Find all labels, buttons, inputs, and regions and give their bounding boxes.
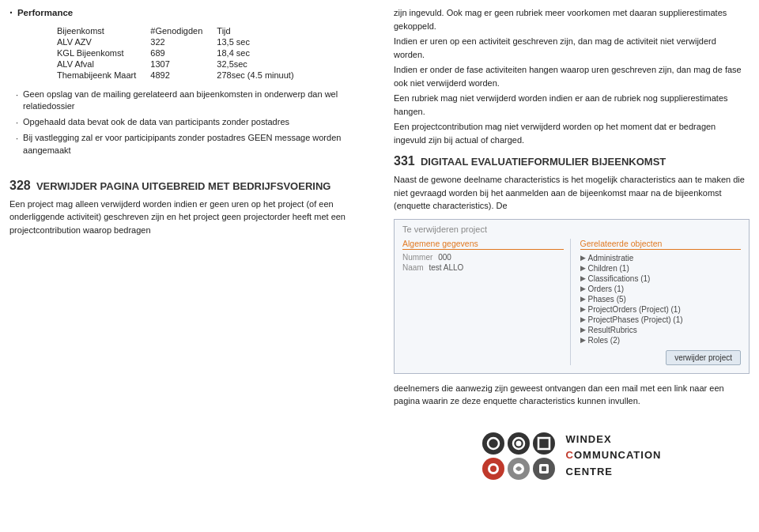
tree-item-label: Classifications (1) — [588, 274, 651, 283]
col-label-header: Bijeenkomst — [57, 25, 150, 36]
tree-arrow-icon: ▶ — [580, 326, 586, 334]
tree-arrow-icon: ▶ — [580, 264, 586, 272]
svg-rect-8 — [542, 466, 546, 471]
section-331: 331 Digitaal evaluatieformulier bijeenko… — [394, 154, 750, 408]
row-tijd: 18,4 sec — [217, 47, 308, 58]
tree-arrow-icon: ▶ — [580, 305, 586, 313]
tree-item: ▶ Orders (1) — [580, 284, 742, 294]
bullet-list: · Geen opslag van de mailing gerelateerd… — [16, 89, 381, 157]
section-331-bottom-text: deelnemers die aanwezig zijn geweest ont… — [394, 382, 750, 408]
logo-icon-2 — [508, 432, 530, 455]
tree-item: ▶ Children (1) — [580, 263, 742, 274]
right-top-paragraphs: zijn ingevuld. Ook mag er geen rubriek m… — [394, 6, 750, 146]
svg-rect-3 — [538, 438, 549, 449]
dialog-field-naam-value: test ALLO — [429, 263, 463, 272]
tree-item-label: ResultRubrics — [588, 326, 637, 334]
dialog-gerelateerde-header: Gerelateerde objecten — [580, 239, 742, 250]
section-331-number: 331 — [394, 154, 415, 168]
tree-arrow-icon: ▶ — [580, 274, 586, 282]
dialog-field-naam-label: Naam — [402, 263, 424, 272]
bullet-dot: · — [16, 133, 18, 157]
section-328-number: 328 — [9, 179, 31, 192]
tree-arrow-icon: ▶ — [580, 295, 586, 303]
row-tijd: 278sec (4.5 minuut) — [217, 70, 308, 81]
tree-item: ▶ Administratie — [580, 253, 742, 263]
logo-shape-icon — [486, 436, 500, 451]
tree-item-label: Children (1) — [588, 264, 629, 273]
right-para-1: zijn ingevuld. Ook mag er geen rubriek m… — [394, 6, 750, 32]
logo-text: WINDEX COMMUNCATION CENTRE — [566, 432, 662, 481]
right-para-3: Indien er onder de fase activiteiten han… — [394, 63, 750, 89]
dialog-algemene-header: Algemene gegevens — [402, 239, 564, 250]
tree-item-label: ProjectPhases (Project) (1) — [588, 315, 683, 324]
dialog-left-pane: Algemene gegevens Nummer 000 Naam test A… — [402, 239, 571, 365]
performance-title: Performance — [17, 8, 73, 17]
table-row: ALV Afval 1307 32,5sec — [57, 58, 308, 70]
section-328: 328 Verwijder pagina uitgebreid met bedr… — [9, 179, 381, 237]
logo-shape-icon — [512, 436, 526, 451]
section-331-intro: Naast de gewone deelname characteristics… — [394, 173, 750, 213]
tree-item-label: Orders (1) — [588, 285, 625, 293]
tree-item-label: ProjectOrders (Project) (1) — [588, 305, 681, 314]
right-para-5: Een projectcontribution mag niet verwijd… — [394, 120, 750, 146]
logo-icon-4 — [482, 458, 504, 480]
dialog-body: Algemene gegevens Nummer 000 Naam test A… — [402, 239, 741, 365]
dialog-field-nummer-value: 000 — [438, 253, 451, 262]
svg-point-0 — [488, 438, 499, 449]
row-label: Themabijeenk Maart — [57, 70, 150, 81]
logo-icon-3 — [533, 432, 555, 455]
dialog-box: Te verwijderen project Algemene gegevens… — [394, 219, 750, 374]
col-genodigden-header: #Genodigden — [150, 25, 217, 36]
logo-icon-5 — [508, 458, 530, 480]
logo-shape-icon — [537, 436, 551, 451]
section-328-body: Een project mag alleen verwijderd worden… — [9, 198, 381, 237]
row-tijd: 13,5 sec — [217, 36, 308, 47]
row-genodigden: 1307 — [150, 58, 217, 70]
logo-icon-1 — [482, 432, 504, 455]
logo-icon-6 — [533, 458, 555, 480]
svg-point-1 — [515, 440, 521, 446]
tree-item-label: Phases (5) — [588, 295, 626, 304]
dialog-field-nummer-label: Nummer — [402, 253, 432, 262]
tree-arrow-icon: ▶ — [580, 315, 586, 323]
performance-header: Performance — [9, 6, 381, 19]
list-item: · Opgehaald data bevat ook de data van p… — [16, 116, 381, 129]
bullet-dot: · — [16, 117, 18, 129]
row-genodigden: 4892 — [150, 70, 217, 81]
tree-item: ▶ Roles (2) — [580, 335, 742, 345]
logo-accent-letter: C — [566, 449, 574, 461]
logo-shape-icon — [512, 462, 526, 476]
row-genodigden: 689 — [150, 47, 217, 58]
tree-item: ▶ Phases (5) — [580, 294, 742, 304]
col-tijd-header: Tijd — [217, 25, 308, 36]
row-label: ALV AZV — [57, 36, 150, 47]
right-para-4: Een rubriek mag niet verwijderd worden i… — [394, 92, 750, 118]
svg-point-5 — [490, 466, 497, 472]
bullet-text: Opgehaald data bevat ook de data van par… — [23, 116, 289, 129]
dialog-field-nummer: Nummer 000 — [402, 253, 564, 262]
section-331-bottom-content: deelnemers die aanwezig zijn geweest ont… — [394, 383, 724, 406]
page-container: Performance Bijeenkomst #Genodigden Tijd… — [0, 0, 759, 532]
verwijder-project-button[interactable]: verwijder project — [666, 350, 741, 365]
section-328-title: 328 Verwijder pagina uitgebreid met bedr… — [9, 179, 381, 193]
logo-line1: WINDEX — [566, 432, 662, 448]
table-row: Themabijeenk Maart 4892 278sec (4.5 minu… — [57, 70, 308, 81]
tree-item-label: Administratie — [588, 254, 634, 262]
tree-item-label: Roles (2) — [588, 336, 621, 345]
performance-table: Bijeenkomst #Genodigden Tijd ALV AZV 322… — [57, 25, 308, 81]
section-328-text: Een project mag alleen verwijderd worden… — [9, 199, 346, 235]
tree-arrow-icon: ▶ — [580, 285, 586, 292]
logo-line3: CENTRE — [566, 464, 662, 481]
bullet-dot: · — [16, 89, 18, 113]
list-item: · Bij vastlegging zal er voor participip… — [16, 132, 381, 157]
row-tijd: 32,5sec — [217, 58, 308, 70]
logo-shape-icon — [537, 462, 551, 476]
table-row: KGL Bijeenkomst 689 18,4 sec — [57, 47, 308, 58]
section-331-intro-text: Naast de gewone deelname characteristics… — [394, 175, 745, 210]
row-label: KGL Bijeenkomst — [57, 47, 150, 58]
row-label: ALV Afval — [57, 58, 150, 70]
tree-item: ▶ ProjectPhases (Project) (1) — [580, 315, 742, 325]
section-331-title: 331 Digitaal evaluatieformulier bijeenko… — [394, 154, 750, 168]
row-genodigden: 322 — [150, 36, 217, 47]
table-row: ALV AZV 322 13,5 sec — [57, 36, 308, 47]
